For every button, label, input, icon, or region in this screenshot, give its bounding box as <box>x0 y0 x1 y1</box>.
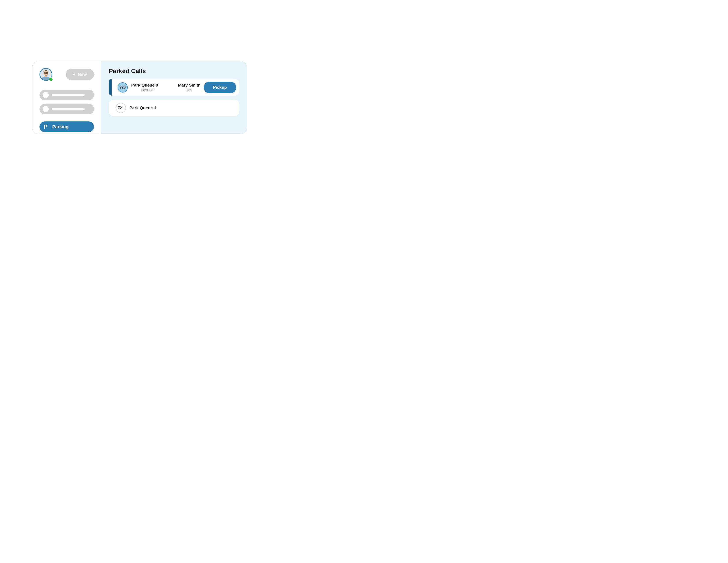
call-id: 720 <box>120 85 126 89</box>
sidebar-item-parking[interactable]: P Parking <box>39 121 94 132</box>
new-button-label: New <box>78 72 87 77</box>
page-title: Parked Calls <box>109 68 239 75</box>
new-button[interactable]: + New <box>66 69 94 80</box>
parked-call-card[interactable]: 721 Park Queue 1 <box>109 100 239 116</box>
queue-info: Park Queue 0 00:00:25 <box>131 83 164 92</box>
parked-call-card[interactable]: 720 Park Queue 0 00:00:25 Mary Smith 205… <box>109 79 239 96</box>
call-id-badge: 721 <box>116 103 126 113</box>
parking-icon: P <box>43 124 49 130</box>
plus-icon: + <box>73 72 76 77</box>
caller-name: Mary Smith <box>175 83 204 88</box>
sidebar-nav-list: P Parking <box>39 90 94 132</box>
sidebar-item-label: Parking <box>52 124 68 129</box>
placeholder-bar <box>52 94 85 96</box>
caller-info: Mary Smith 205 <box>175 83 204 92</box>
placeholder-circle-icon <box>43 106 49 112</box>
placeholder-circle-icon <box>43 92 49 98</box>
queue-name: Park Queue 1 <box>129 105 163 110</box>
sidebar-header: + New <box>39 68 94 81</box>
sidebar-item-placeholder[interactable] <box>39 90 94 100</box>
pickup-button[interactable]: Pickup <box>204 82 236 93</box>
placeholder-bar <box>52 108 85 110</box>
sidebar-item-placeholder[interactable] <box>39 104 94 114</box>
presence-indicator-online <box>49 78 53 81</box>
app-card: + New P Parking Parked Calls <box>32 61 247 134</box>
queue-timer: 00:00:25 <box>131 88 164 92</box>
call-id-badge: 720 <box>118 82 128 92</box>
queue-info: Park Queue 1 <box>129 105 163 110</box>
call-id: 721 <box>118 106 124 110</box>
active-accent-bar <box>109 79 112 96</box>
avatar-wrap[interactable] <box>39 68 52 81</box>
caller-extension: 205 <box>175 88 204 92</box>
main-panel: Parked Calls 720 Park Queue 0 00:00:25 M… <box>101 61 247 134</box>
queue-name: Park Queue 0 <box>131 83 164 88</box>
sidebar: + New P Parking <box>32 61 101 134</box>
